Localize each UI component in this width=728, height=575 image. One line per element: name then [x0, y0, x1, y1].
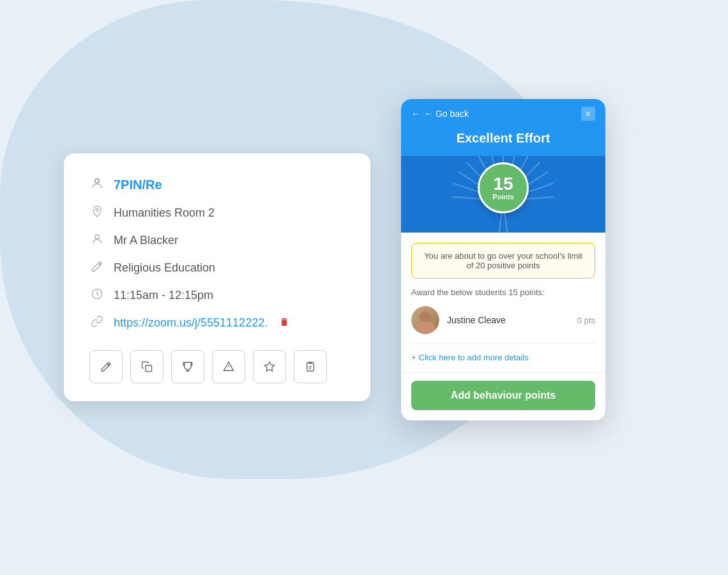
- modal-nav: ← ← Go back ×: [401, 99, 605, 126]
- class-info-card: 7PIN/Re Humanities Room 2 Mr A Blacker R…: [64, 153, 370, 401]
- svg-point-1: [96, 208, 98, 211]
- divider: [411, 343, 595, 344]
- student-avatar: [411, 306, 439, 334]
- modal-body: You are about to go over your school's l…: [401, 233, 605, 372]
- time-icon: [89, 288, 105, 303]
- student-name: Justine Cleave: [447, 315, 570, 325]
- add-details-link[interactable]: + Click here to add more details: [411, 353, 595, 362]
- link-row: https://zoom.us/j/5551112222.: [89, 315, 345, 331]
- clipboard-button[interactable]: [294, 350, 327, 383]
- go-back-label: ← Go back: [424, 109, 469, 119]
- modal-header: ← ← Go back × Excellent Effort: [401, 99, 605, 233]
- add-behaviour-button[interactable]: Add behaviour points: [411, 381, 595, 410]
- teacher-row: Mr A Blacker: [89, 233, 345, 249]
- card-actions: [89, 350, 345, 383]
- teacher-icon: [89, 233, 105, 249]
- zoom-link[interactable]: https://zoom.us/j/5551112222.: [114, 316, 268, 330]
- points-label: Points: [492, 193, 514, 201]
- pin-button[interactable]: [253, 350, 286, 383]
- arrow-left-icon: ←: [411, 109, 420, 119]
- modal-title: Excellent Effort: [411, 131, 595, 146]
- class-row: 7PIN/Re: [89, 176, 345, 194]
- svg-point-2: [95, 234, 100, 239]
- avatar-image: [411, 306, 439, 334]
- subject-value: Religious Education: [114, 261, 215, 275]
- delete-link-icon[interactable]: [279, 317, 289, 330]
- plus-icon: +: [411, 353, 416, 362]
- close-button[interactable]: ×: [581, 107, 595, 121]
- subject-icon: [89, 260, 105, 276]
- behaviour-modal: ← ← Go back × Excellent Effort: [401, 99, 605, 420]
- link-icon: [89, 315, 105, 331]
- close-icon: ×: [586, 109, 591, 119]
- warning-text: You are about to go over your school's l…: [424, 251, 582, 270]
- warning-box: You are about to go over your school's l…: [411, 243, 595, 279]
- svg-point-0: [95, 179, 99, 183]
- room-value: Humanities Room 2: [114, 206, 215, 220]
- modal-title-area: Excellent Effort: [401, 126, 605, 146]
- time-row: 11:15am - 12:15pm: [89, 288, 345, 303]
- go-back-button[interactable]: ← ← Go back: [411, 109, 469, 119]
- sunburst-area: 15 Points: [401, 156, 605, 233]
- add-details-label: Click here to add more details: [419, 353, 529, 362]
- time-value: 11:15am - 12:15pm: [114, 289, 213, 302]
- room-row: Humanities Room 2: [89, 205, 345, 221]
- alert-button[interactable]: [212, 350, 245, 383]
- svg-rect-4: [146, 365, 152, 372]
- student-points: 0 pts: [577, 316, 595, 325]
- modal-footer: Add behaviour points: [401, 372, 605, 420]
- subject-row: Religious Education: [89, 260, 345, 276]
- location-icon: [89, 205, 105, 221]
- trophy-button[interactable]: [171, 350, 204, 383]
- points-value: 15: [493, 175, 513, 193]
- teacher-value: Mr A Blacker: [114, 234, 178, 247]
- copy-button[interactable]: [130, 350, 163, 383]
- class-icon: [89, 176, 105, 194]
- award-text: Award the below students 15 points:: [411, 288, 595, 297]
- student-row: Justine Cleave 0 pts: [411, 306, 595, 334]
- edit-button[interactable]: [89, 350, 123, 383]
- class-name-value: 7PIN/Re: [114, 178, 162, 192]
- points-badge: 15 Points: [478, 162, 529, 213]
